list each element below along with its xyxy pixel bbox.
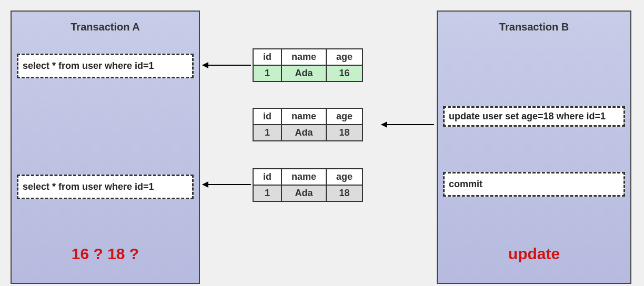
transaction-a-panel: Transaction A select * from user where i… (11, 11, 200, 284)
arrow-head-icon (381, 121, 387, 128)
result-table-3: id name age 1 Ada 18 (253, 168, 363, 202)
result-table-1: id name age 1 Ada 16 (253, 48, 363, 82)
arrow-table3-to-a (203, 184, 251, 185)
table-header-row: id name age (253, 108, 363, 125)
transaction-b-panel: Transaction B update user set age=18 whe… (437, 11, 631, 284)
col-id: id (253, 108, 281, 125)
col-id: id (253, 49, 281, 65)
cell-age: 16 (326, 65, 363, 81)
transaction-b-label: update (438, 245, 630, 263)
cell-age: 18 (326, 125, 363, 141)
cell-name: Ada (281, 125, 326, 141)
cell-id: 1 (253, 125, 281, 141)
table-header-row: id name age (253, 169, 363, 185)
result-table-2: id name age 1 Ada 18 (253, 108, 363, 141)
transaction-b-commit: commit (443, 172, 625, 197)
table-header-row: id name age (253, 49, 363, 65)
transaction-b-title: Transaction B (438, 12, 630, 40)
cell-id: 1 (253, 65, 281, 81)
arrow-table1-to-a (203, 65, 251, 66)
table-row: 1 Ada 18 (253, 125, 363, 141)
arrow-b-to-table2 (381, 124, 434, 125)
cell-name: Ada (281, 185, 326, 201)
arrow-head-icon (202, 181, 208, 188)
transaction-b-update: update user set age=18 where id=1 (443, 106, 625, 127)
cell-age: 18 (326, 185, 363, 201)
arrow-head-icon (202, 62, 208, 68)
col-name: name (281, 169, 326, 185)
transaction-a-question: 16 ? 18 ? (12, 245, 199, 263)
col-age: age (326, 49, 363, 65)
transaction-a-query2: select * from user where id=1 (17, 175, 194, 199)
col-name: name (281, 49, 326, 65)
col-id: id (253, 169, 281, 185)
col-age: age (326, 108, 363, 125)
col-age: age (326, 169, 363, 185)
cell-id: 1 (253, 185, 281, 201)
transaction-a-title: Transaction A (12, 12, 199, 40)
col-name: name (281, 108, 326, 125)
transaction-a-query1: select * from user where id=1 (17, 54, 194, 78)
cell-name: Ada (281, 65, 326, 81)
table-row: 1 Ada 16 (253, 65, 363, 81)
table-row: 1 Ada 18 (253, 185, 363, 201)
